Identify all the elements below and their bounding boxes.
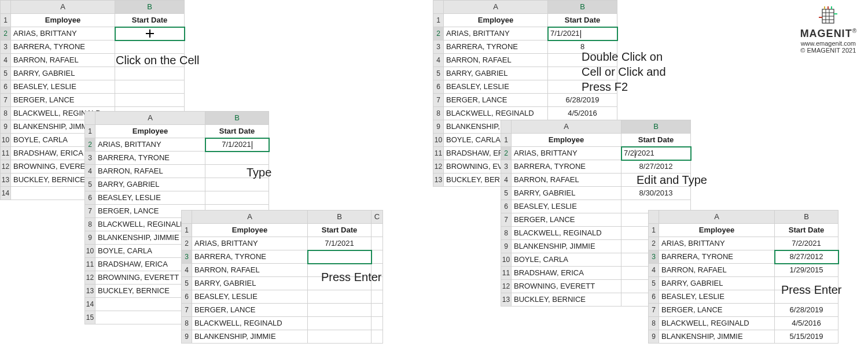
cell-date[interactable]: 6/28/2019: [548, 94, 617, 107]
cell-name[interactable]: BARRY, GABRIEL: [444, 67, 548, 80]
col-a-header[interactable]: A: [95, 112, 205, 125]
cell-name[interactable]: BERGER, LANCE: [512, 213, 621, 227]
cell-name[interactable]: BARRY, GABRIEL: [11, 67, 115, 80]
cell-name[interactable]: ARIAS, BRITTANY: [512, 147, 621, 160]
col-a-header[interactable]: A: [512, 120, 621, 134]
cell-name[interactable]: BOYLE, CARLA: [512, 253, 621, 267]
cell-date[interactable]: 7/2/2021: [775, 237, 838, 250]
cell-employee-header[interactable]: Employee: [11, 14, 115, 27]
cell-date[interactable]: 6/28/2019: [775, 304, 838, 317]
cell-employee-header[interactable]: Employee: [95, 125, 205, 138]
cell-name[interactable]: BLACKWELL, REGINALD: [444, 107, 548, 120]
cell-editing-b2[interactable]: 7/1/2021: [205, 138, 269, 152]
col-b-header[interactable]: B: [115, 1, 185, 14]
cell-selected-b2[interactable]: [115, 27, 185, 40]
cell-name[interactable]: BEASLEY, LESLIE: [444, 80, 548, 94]
cell-name[interactable]: BERGER, LANCE: [444, 94, 548, 107]
cell-name[interactable]: BLANKENSHIP, JIMMIE: [659, 330, 775, 344]
cell-name[interactable]: BROWNING, EVERETT: [512, 280, 621, 293]
text-caret-icon: [635, 150, 635, 158]
cell-name[interactable]: ARIAS, BRITTANY: [659, 237, 775, 250]
cell-selected-b3[interactable]: [308, 250, 372, 264]
brand-copyright: © EMAGENIT 2021: [800, 47, 856, 54]
cell-name[interactable]: BARRON, RAFAEL: [192, 264, 308, 277]
emagenit-icon: [818, 6, 838, 27]
text-caret-icon: [252, 141, 252, 149]
col-b-header[interactable]: B: [775, 211, 838, 224]
cell-name[interactable]: BLACKWELL, REGINALD: [659, 317, 775, 330]
cell-name[interactable]: BARRY, GABRIEL: [95, 178, 205, 191]
cell-name[interactable]: ARIAS, BRITTANY: [192, 237, 308, 250]
col-b-header[interactable]: B: [205, 112, 269, 125]
col-a-header[interactable]: A: [444, 1, 548, 14]
cell-startdate-header[interactable]: Start Date: [308, 224, 372, 237]
brand-url: www.emagenit.com: [800, 40, 856, 47]
col-a-header[interactable]: A: [11, 1, 115, 14]
cell-name[interactable]: BARRON, RAFAEL: [95, 165, 205, 178]
cell-editing-b2[interactable]: 7/2/2021: [621, 147, 691, 160]
cell-name[interactable]: BERGER, LANCE: [11, 94, 115, 107]
col-b-header[interactable]: B: [308, 211, 372, 224]
cell-name[interactable]: BLACKWELL, REGINALD: [192, 317, 308, 330]
text-caret-icon: [580, 30, 581, 38]
cell-startdate-header[interactable]: Start Date: [115, 14, 185, 27]
cell-name[interactable]: BARRERA, TYRONE: [11, 40, 115, 54]
cell-name[interactable]: BEASLEY, LESLIE: [192, 290, 308, 304]
cell-startdate-header[interactable]: Start Date: [621, 134, 691, 147]
cell-employee-header[interactable]: Employee: [512, 134, 621, 147]
label-press-enter: Press Enter: [321, 271, 381, 284]
cell-name[interactable]: BARRERA, TYRONE: [95, 152, 205, 165]
cell-name[interactable]: BERGER, LANCE: [659, 304, 775, 317]
cell-name[interactable]: ARIAS, BRITTANY: [95, 138, 205, 152]
cell-name[interactable]: ARIAS, BRITTANY: [11, 27, 115, 40]
cell-date[interactable]: 1/29/2015: [775, 264, 838, 277]
cell-date[interactable]: 8/30/2013: [621, 187, 691, 200]
label-edit-type: Edit and Type: [637, 174, 707, 187]
cell-name[interactable]: BLANKENSHIP, JIMMIE: [192, 330, 308, 344]
cell-date[interactable]: 8/27/2012: [621, 160, 691, 174]
col-b-header[interactable]: B: [621, 120, 691, 134]
cell-name[interactable]: ARIAS, BRITTANY: [444, 27, 548, 40]
cell-name[interactable]: BLACKWELL, REGINALD: [512, 227, 621, 240]
cell-name[interactable]: BARRERA, TYRONE: [192, 250, 308, 264]
label-click-cell: Click on the Cell: [116, 54, 200, 67]
cell-employee-header[interactable]: Employee: [444, 14, 548, 27]
cell-name[interactable]: BARRON, RAFAEL: [659, 264, 775, 277]
col-a-header[interactable]: A: [659, 211, 775, 224]
cell-employee-header[interactable]: Employee: [659, 224, 775, 237]
cell-date[interactable]: 5/15/2019: [775, 330, 838, 344]
cell-editing-b2[interactable]: 7/1/2021: [548, 27, 617, 40]
col-a-header[interactable]: A: [192, 211, 308, 224]
cell-startdate-header[interactable]: Start Date: [775, 224, 838, 237]
cell-name[interactable]: BEASLEY, LESLIE: [95, 191, 205, 205]
cell-name[interactable]: BARRY, GABRIEL: [192, 277, 308, 290]
cell-startdate-header[interactable]: Start Date: [548, 14, 617, 27]
cell-name[interactable]: BARRON, RAFAEL: [444, 54, 548, 67]
cell-name[interactable]: BARRON, RAFAEL: [512, 174, 621, 187]
cell-name[interactable]: BARRY, GABRIEL: [512, 187, 621, 200]
cell-name[interactable]: BARRY, GABRIEL: [659, 277, 775, 290]
cell-name[interactable]: BARRERA, TYRONE: [659, 250, 775, 264]
cell-name[interactable]: BEASLEY, LESLIE: [11, 80, 115, 94]
cell-name[interactable]: BLANKENSHIP, JIMMIE: [512, 240, 621, 253]
cell-name[interactable]: BUCKLEY, BERNICE: [512, 293, 621, 307]
cell-date[interactable]: 4/5/2016: [775, 317, 838, 330]
col-b-header[interactable]: B: [548, 1, 617, 14]
cell-startdate-header[interactable]: Start Date: [205, 125, 269, 138]
label-type: Type: [247, 166, 271, 179]
cell-name[interactable]: BERGER, LANCE: [192, 304, 308, 317]
cell-name[interactable]: BEASLEY, LESLIE: [512, 200, 621, 213]
label-double-click: Double Click on Cell or Click and Press …: [582, 49, 686, 94]
cell-name[interactable]: BRADSHAW, ERICA: [512, 267, 621, 280]
cell-date[interactable]: 4/5/2016: [548, 107, 617, 120]
cell-name[interactable]: BARRERA, TYRONE: [512, 160, 621, 174]
cell-employee-header[interactable]: Employee: [192, 224, 308, 237]
grid-right-press-enter[interactable]: AB 1EmployeeStart Date 2ARIAS, BRITTANY7…: [648, 210, 838, 344]
brand-logo: MAGENIT® www.emagenit.com © EMAGENIT 202…: [800, 6, 856, 54]
cell-name[interactable]: BARRON, RAFAEL: [11, 54, 115, 67]
cell-name[interactable]: BEASLEY, LESLIE: [659, 290, 775, 304]
cell-selected-b3[interactable]: 8/27/2012: [775, 250, 838, 264]
cell-date[interactable]: 7/1/2021: [308, 237, 372, 250]
cell-name[interactable]: BARRERA, TYRONE: [444, 40, 548, 54]
col-c-header[interactable]: C: [372, 211, 383, 224]
